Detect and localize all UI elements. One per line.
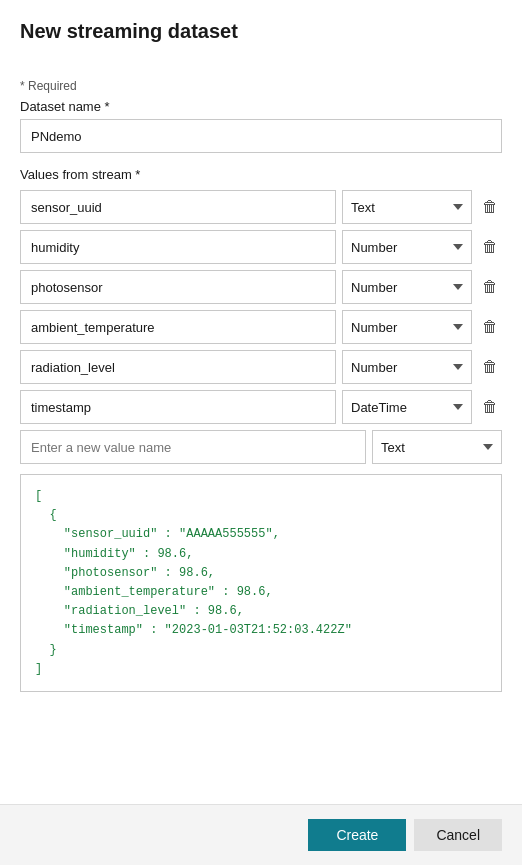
stream-row-6: Text Number DateTime Boolean 🗑: [20, 390, 502, 424]
delete-field-button-4[interactable]: 🗑: [478, 315, 502, 339]
stream-row-4: Text Number DateTime Boolean 🗑: [20, 310, 502, 344]
field-name-input-6[interactable]: [20, 390, 336, 424]
delete-field-button-5[interactable]: 🗑: [478, 355, 502, 379]
new-value-row: Text Number DateTime Boolean: [20, 430, 502, 464]
stream-values-label: Values from stream *: [20, 167, 502, 182]
panel-title: New streaming dataset: [20, 20, 502, 43]
field-name-input-4[interactable]: [20, 310, 336, 344]
stream-row-1: Text Number DateTime Boolean 🗑: [20, 190, 502, 224]
delete-field-button-3[interactable]: 🗑: [478, 275, 502, 299]
new-value-name-input[interactable]: [20, 430, 366, 464]
cancel-button[interactable]: Cancel: [414, 819, 502, 851]
panel-footer: Create Cancel: [0, 804, 522, 865]
field-type-select-5[interactable]: Text Number DateTime Boolean: [342, 350, 472, 384]
dataset-name-input[interactable]: [20, 119, 502, 153]
new-streaming-dataset-panel: New streaming dataset * Required Dataset…: [0, 0, 522, 865]
stream-row-5: Text Number DateTime Boolean 🗑: [20, 350, 502, 384]
field-type-select-6[interactable]: Text Number DateTime Boolean: [342, 390, 472, 424]
delete-field-button-1[interactable]: 🗑: [478, 195, 502, 219]
create-button[interactable]: Create: [308, 819, 406, 851]
field-name-input-2[interactable]: [20, 230, 336, 264]
panel-body: * Required Dataset name * Values from st…: [0, 69, 522, 804]
delete-field-button-6[interactable]: 🗑: [478, 395, 502, 419]
field-name-input-1[interactable]: [20, 190, 336, 224]
field-type-select-2[interactable]: Text Number DateTime Boolean: [342, 230, 472, 264]
field-type-select-1[interactable]: Text Number DateTime Boolean: [342, 190, 472, 224]
delete-field-button-2[interactable]: 🗑: [478, 235, 502, 259]
field-name-input-5[interactable]: [20, 350, 336, 384]
field-name-input-3[interactable]: [20, 270, 336, 304]
field-type-select-3[interactable]: Text Number DateTime Boolean: [342, 270, 472, 304]
stream-row-2: Text Number DateTime Boolean 🗑: [20, 230, 502, 264]
stream-row-3: Text Number DateTime Boolean 🗑: [20, 270, 502, 304]
new-value-type-select[interactable]: Text Number DateTime Boolean: [372, 430, 502, 464]
json-preview: [ { "sensor_uuid" : "AAAAA555555", "humi…: [20, 474, 502, 692]
required-note: * Required: [20, 79, 502, 93]
dataset-name-label: Dataset name *: [20, 99, 502, 114]
field-type-select-4[interactable]: Text Number DateTime Boolean: [342, 310, 472, 344]
panel-header: New streaming dataset: [0, 0, 522, 69]
